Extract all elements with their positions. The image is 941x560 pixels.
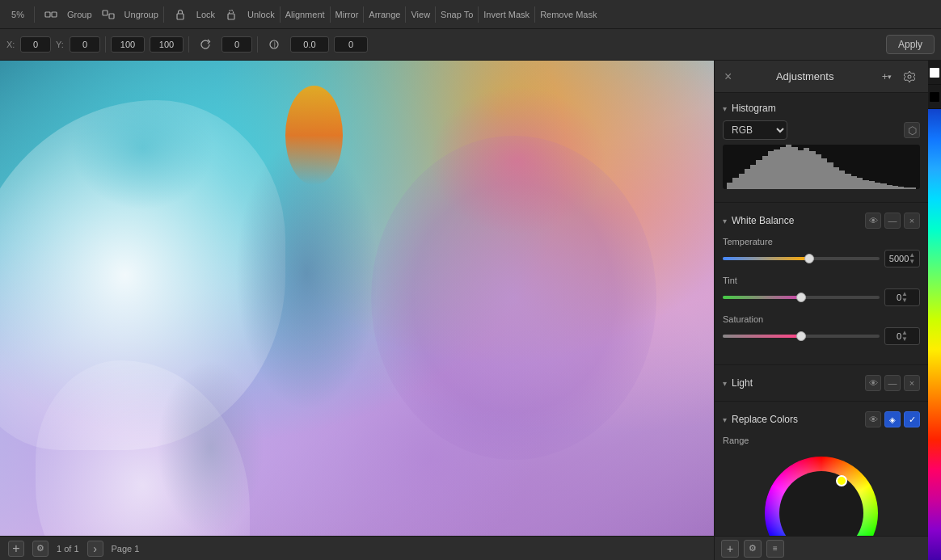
color-gradient-strip[interactable] (928, 109, 941, 560)
snap-to-label[interactable]: Snap To (441, 10, 473, 19)
canvas-bottom-bar: + ⚙ 1 of 1 › Page 1 (0, 536, 714, 560)
replace-colors-controls: Range (715, 431, 928, 536)
saturation-label: Saturation (723, 314, 920, 324)
view-label[interactable]: View (411, 10, 430, 19)
tint-down[interactable]: ▼ (901, 297, 908, 304)
unlock-icon[interactable] (220, 3, 243, 26)
white-swatch[interactable] (930, 68, 939, 78)
panel-settings-btn[interactable]: ⚙ (744, 540, 762, 558)
zoom-control[interactable]: 5% (6, 3, 29, 26)
temperature-value[interactable]: 5000 ▲ ▼ (884, 250, 920, 267)
group-icon[interactable] (40, 3, 62, 26)
panel-header-actions: +▾ (878, 68, 918, 86)
more-input[interactable] (334, 36, 368, 53)
rc-color-button[interactable]: ◈ (884, 411, 901, 427)
replace-colors-actions: 👁 ◈ ✓ (865, 411, 920, 427)
unlock-label[interactable]: Unlock (247, 10, 275, 19)
lock-icon[interactable] (169, 3, 192, 26)
divider-t1 (105, 36, 106, 53)
saturation-down[interactable]: ▼ (901, 336, 908, 343)
svg-rect-0 (45, 12, 50, 17)
white-balance-header[interactable]: ▾ White Balance 👁 — × (715, 209, 928, 232)
strip-top (928, 61, 941, 85)
light-section: ▾ Light 👁 — × (715, 365, 928, 402)
white-balance-controls: Temperature 5000 ▲ ▼ (715, 232, 928, 358)
group-label[interactable]: Group (67, 10, 92, 19)
svg-rect-1 (52, 12, 57, 17)
color-wheel-container (723, 448, 920, 536)
divider-t2 (188, 36, 189, 53)
color-wheel[interactable] (765, 457, 878, 536)
tint-row: Tint 0 ▲ ▼ (723, 276, 920, 306)
angle-input[interactable] (222, 36, 252, 53)
lock-label[interactable]: Lock (196, 10, 215, 19)
saturation-slider[interactable] (723, 335, 880, 338)
arrange-label[interactable]: Arrange (369, 10, 400, 19)
rc-visibility-button[interactable]: 👁 (865, 411, 881, 427)
temperature-slider[interactable] (723, 257, 880, 260)
add-page-button[interactable]: + (8, 541, 24, 557)
divider-8 (478, 6, 479, 23)
wb-delete-button[interactable]: × (904, 213, 920, 229)
artwork (0, 61, 714, 560)
remove-mask-label[interactable]: Remove Mask (540, 10, 597, 19)
saturation-value[interactable]: 0 ▲ ▼ (884, 327, 920, 345)
tint-slider[interactable] (723, 296, 880, 299)
page-count: 1 of 1 (57, 544, 79, 554)
saturation-row: Saturation 0 ▲ ▼ (723, 314, 920, 345)
opacity-icon[interactable] (263, 33, 285, 56)
light-visibility-button[interactable]: 👁 (865, 375, 881, 391)
svg-rect-4 (177, 14, 184, 19)
svg-rect-5 (228, 14, 234, 19)
ungroup-icon[interactable] (97, 3, 120, 26)
panel-settings-button[interactable] (901, 68, 918, 86)
add-adjustment-button[interactable]: +▾ (878, 68, 896, 86)
opacity-input[interactable] (290, 36, 329, 53)
replace-colors-title: Replace Colors (732, 414, 860, 425)
next-page-button[interactable]: › (87, 541, 103, 557)
wb-settings-button[interactable]: — (884, 213, 901, 229)
svg-rect-3 (109, 14, 114, 19)
page-settings-button[interactable]: ⚙ (32, 541, 49, 557)
light-actions: 👁 — × (865, 375, 920, 391)
tint-value[interactable]: 0 ▲ ▼ (884, 288, 920, 306)
temperature-down[interactable]: ▼ (909, 259, 915, 265)
white-balance-actions: 👁 — × (865, 213, 920, 229)
zoom-label: 5% (11, 10, 24, 19)
channel-select[interactable]: RGB Red Green Blue (723, 120, 787, 140)
width-input[interactable] (111, 36, 145, 53)
mirror-label[interactable]: Mirror (335, 10, 359, 19)
rotate-icon[interactable] (194, 33, 217, 56)
black-swatch[interactable] (930, 92, 939, 102)
histogram-export-button[interactable]: ⬡ (904, 122, 920, 138)
person-bottom (157, 360, 264, 535)
height-input[interactable] (150, 36, 184, 53)
light-header[interactable]: ▾ Light 👁 — × (715, 372, 928, 394)
apply-button[interactable]: Apply (886, 35, 935, 54)
histogram-title: Histogram (732, 103, 920, 114)
alignment-label[interactable]: Alignment (285, 10, 325, 19)
teal-cloud (71, 86, 214, 211)
ungroup-label[interactable]: Ungroup (124, 10, 158, 19)
white-balance-toggle: ▾ (723, 217, 727, 225)
replace-colors-header[interactable]: ▾ Replace Colors 👁 ◈ ✓ (715, 408, 928, 431)
histogram-section: ▾ Histogram RGB Red Green Blue ⬡ (715, 93, 928, 203)
range-label: Range (723, 436, 920, 445)
invert-mask-label[interactable]: Invert Mask (483, 10, 530, 19)
light-settings-button[interactable]: — (884, 375, 901, 391)
flame-accent (285, 86, 343, 186)
color-wheel-selector[interactable] (836, 475, 847, 486)
light-delete-button[interactable]: × (904, 375, 920, 391)
light-toggle: ▾ (723, 379, 727, 388)
histogram-header[interactable]: ▾ Histogram (715, 99, 928, 117)
y-input[interactable] (70, 36, 100, 53)
x-input[interactable] (20, 36, 51, 53)
rc-check-button[interactable]: ✓ (904, 411, 920, 427)
wb-visibility-button[interactable]: 👁 (865, 213, 881, 229)
panel-bottom: + ⚙ ≡ (715, 536, 928, 560)
close-button[interactable]: × (724, 69, 732, 84)
add-layer-button[interactable]: + (721, 540, 739, 558)
canvas-area[interactable]: + ⚙ 1 of 1 › Page 1 (0, 61, 714, 560)
panel-layers-btn[interactable]: ≡ (766, 540, 784, 558)
divider-2 (163, 6, 164, 23)
